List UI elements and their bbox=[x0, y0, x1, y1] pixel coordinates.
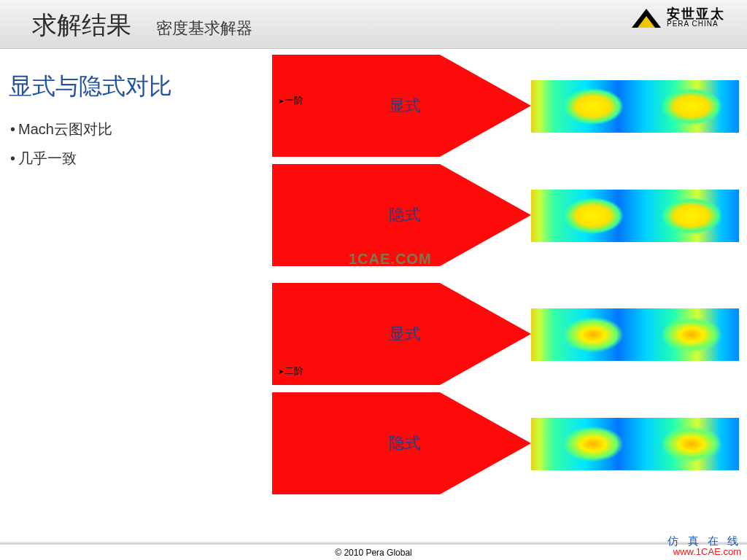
bullet-item: Mach云图对比 bbox=[10, 114, 112, 144]
contour-second-implicit bbox=[272, 392, 739, 494]
header-subtitle: 密度基求解器 bbox=[156, 18, 252, 39]
watermark: 1CAE.COM bbox=[349, 251, 432, 266]
slide-header: 求解结果 密度基求解器 安世亚太 PERA CHINA bbox=[0, 0, 747, 49]
figure-area: 一阶 显式 隐式 1CAE bbox=[272, 55, 739, 511]
logo-triangle-icon bbox=[632, 7, 661, 28]
contour-first-implicit: 1CAE.COM bbox=[272, 164, 739, 266]
order-label-first: 一阶 bbox=[278, 94, 303, 107]
figure-group-second-order: 二阶 显式 隐式 bbox=[272, 283, 739, 494]
contour-second-explicit bbox=[272, 283, 739, 385]
label-explicit: 显式 bbox=[389, 95, 421, 117]
label-implicit: 隐式 bbox=[389, 204, 421, 226]
nozzle-graphic bbox=[272, 392, 739, 494]
source-stamp: 仿 真 在 线 www.1CAE.com bbox=[667, 534, 741, 558]
copyright: © 2010 Pera Global bbox=[0, 548, 747, 558]
logo-name-cn: 安世亚太 bbox=[667, 7, 725, 20]
logo-text: 安世亚太 PERA CHINA bbox=[667, 7, 725, 28]
nozzle-graphic bbox=[272, 283, 739, 385]
figure-group-first-order: 一阶 显式 隐式 1CAE bbox=[272, 55, 739, 265]
section-title: 显式与隐式对比 bbox=[9, 71, 172, 103]
footer-divider bbox=[0, 542, 747, 545]
nozzle-graphic bbox=[272, 55, 739, 157]
bullet-item: 几乎一致 bbox=[10, 144, 112, 173]
label-implicit: 隐式 bbox=[389, 432, 421, 454]
order-label-second: 二阶 bbox=[278, 365, 303, 378]
stamp-url: www.1CAE.com bbox=[667, 547, 741, 558]
bullet-list: Mach云图对比 几乎一致 bbox=[10, 114, 112, 173]
nozzle-graphic bbox=[272, 164, 739, 266]
pera-logo: 安世亚太 PERA CHINA bbox=[632, 7, 725, 28]
label-explicit: 显式 bbox=[389, 323, 421, 345]
contour-first-explicit bbox=[272, 55, 739, 157]
stamp-cn: 仿 真 在 线 bbox=[667, 534, 741, 547]
header-title: 求解结果 bbox=[32, 9, 131, 42]
slide-body: 显式与隐式对比 Mach云图对比 几乎一致 一阶 显式 隐式 bbox=[0, 49, 747, 560]
logo-name-en: PERA CHINA bbox=[667, 20, 725, 28]
